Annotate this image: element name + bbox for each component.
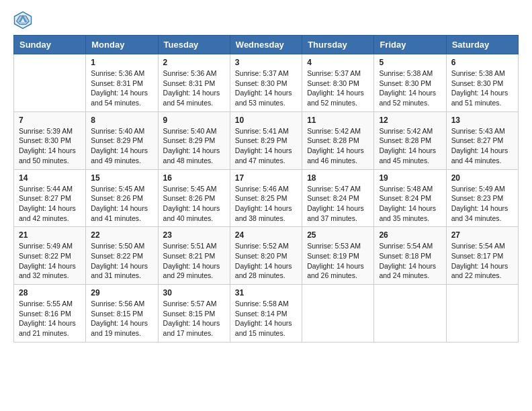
calendar-cell: 4Sunrise: 5:37 AMSunset: 8:30 PMDaylight… bbox=[302, 54, 374, 112]
day-number: 24 bbox=[235, 230, 297, 240]
calendar-cell: 28Sunrise: 5:55 AMSunset: 8:16 PMDayligh… bbox=[14, 285, 86, 342]
calendar-cell: 26Sunrise: 5:54 AMSunset: 8:18 PMDayligh… bbox=[374, 227, 446, 285]
calendar-cell: 7Sunrise: 5:39 AMSunset: 8:30 PMDaylight… bbox=[14, 111, 86, 169]
day-info: Sunrise: 5:50 AMSunset: 8:22 PMDaylight:… bbox=[91, 241, 152, 281]
calendar-cell bbox=[446, 285, 518, 342]
calendar-cell: 19Sunrise: 5:48 AMSunset: 8:24 PMDayligh… bbox=[374, 169, 446, 227]
day-info: Sunrise: 5:45 AMSunset: 8:26 PMDaylight:… bbox=[163, 184, 225, 224]
day-info: Sunrise: 5:52 AMSunset: 8:20 PMDaylight:… bbox=[235, 241, 297, 281]
day-number: 27 bbox=[451, 230, 513, 240]
column-header-thursday: Thursday bbox=[302, 36, 374, 54]
day-number: 30 bbox=[163, 288, 225, 298]
day-number: 22 bbox=[91, 230, 152, 240]
day-number: 16 bbox=[163, 173, 225, 183]
day-info: Sunrise: 5:46 AMSunset: 8:25 PMDaylight:… bbox=[235, 184, 297, 224]
day-info: Sunrise: 5:45 AMSunset: 8:26 PMDaylight:… bbox=[91, 184, 152, 224]
day-info: Sunrise: 5:40 AMSunset: 8:29 PMDaylight:… bbox=[91, 126, 152, 166]
calendar-cell: 29Sunrise: 5:56 AMSunset: 8:15 PMDayligh… bbox=[86, 285, 158, 342]
day-number: 3 bbox=[235, 58, 297, 67]
column-header-sunday: Sunday bbox=[14, 36, 86, 54]
day-number: 13 bbox=[451, 116, 513, 125]
calendar-cell: 14Sunrise: 5:44 AMSunset: 8:27 PMDayligh… bbox=[14, 169, 86, 227]
calendar-cell: 21Sunrise: 5:49 AMSunset: 8:22 PMDayligh… bbox=[14, 227, 86, 285]
calendar-cell: 27Sunrise: 5:54 AMSunset: 8:17 PMDayligh… bbox=[446, 227, 518, 285]
day-info: Sunrise: 5:57 AMSunset: 8:15 PMDaylight:… bbox=[163, 299, 225, 338]
day-number: 31 bbox=[235, 288, 297, 298]
calendar-week-row: 21Sunrise: 5:49 AMSunset: 8:22 PMDayligh… bbox=[14, 227, 519, 285]
day-number: 1 bbox=[91, 58, 152, 67]
day-info: Sunrise: 5:48 AMSunset: 8:24 PMDaylight:… bbox=[379, 184, 441, 224]
day-number: 23 bbox=[163, 230, 225, 240]
day-number: 8 bbox=[91, 116, 152, 125]
day-info: Sunrise: 5:51 AMSunset: 8:21 PMDaylight:… bbox=[163, 241, 225, 281]
column-header-tuesday: Tuesday bbox=[158, 36, 230, 54]
calendar-cell: 20Sunrise: 5:49 AMSunset: 8:23 PMDayligh… bbox=[446, 169, 518, 227]
calendar-cell: 1Sunrise: 5:36 AMSunset: 8:31 PMDaylight… bbox=[86, 54, 158, 112]
day-info: Sunrise: 5:55 AMSunset: 8:16 PMDaylight:… bbox=[19, 299, 81, 338]
calendar-week-row: 28Sunrise: 5:55 AMSunset: 8:16 PMDayligh… bbox=[14, 285, 519, 342]
column-header-monday: Monday bbox=[86, 36, 158, 54]
day-info: Sunrise: 5:49 AMSunset: 8:22 PMDaylight:… bbox=[19, 241, 81, 281]
day-info: Sunrise: 5:37 AMSunset: 8:30 PMDaylight:… bbox=[235, 68, 297, 108]
day-info: Sunrise: 5:38 AMSunset: 8:30 PMDaylight:… bbox=[379, 68, 441, 108]
calendar-cell: 23Sunrise: 5:51 AMSunset: 8:21 PMDayligh… bbox=[158, 227, 230, 285]
column-header-wednesday: Wednesday bbox=[230, 36, 302, 54]
calendar-cell: 15Sunrise: 5:45 AMSunset: 8:26 PMDayligh… bbox=[86, 169, 158, 227]
day-info: Sunrise: 5:54 AMSunset: 8:18 PMDaylight:… bbox=[379, 241, 441, 281]
calendar-cell: 25Sunrise: 5:53 AMSunset: 8:19 PMDayligh… bbox=[302, 227, 374, 285]
day-info: Sunrise: 5:54 AMSunset: 8:17 PMDaylight:… bbox=[451, 241, 513, 281]
day-number: 10 bbox=[235, 116, 297, 125]
day-info: Sunrise: 5:49 AMSunset: 8:23 PMDaylight:… bbox=[451, 184, 513, 224]
logo-icon bbox=[13, 11, 32, 30]
calendar-cell: 3Sunrise: 5:37 AMSunset: 8:30 PMDaylight… bbox=[230, 54, 302, 112]
day-number: 14 bbox=[19, 173, 81, 183]
calendar-cell: 30Sunrise: 5:57 AMSunset: 8:15 PMDayligh… bbox=[158, 285, 230, 342]
day-info: Sunrise: 5:44 AMSunset: 8:27 PMDaylight:… bbox=[19, 184, 81, 224]
day-number: 17 bbox=[235, 173, 297, 183]
day-number: 5 bbox=[379, 58, 441, 67]
calendar-table: SundayMondayTuesdayWednesdayThursdayFrid… bbox=[13, 35, 519, 342]
day-number: 6 bbox=[451, 58, 513, 67]
calendar-cell: 24Sunrise: 5:52 AMSunset: 8:20 PMDayligh… bbox=[230, 227, 302, 285]
column-header-friday: Friday bbox=[374, 36, 446, 54]
day-number: 9 bbox=[163, 116, 225, 125]
day-number: 2 bbox=[163, 58, 225, 67]
calendar-cell: 2Sunrise: 5:36 AMSunset: 8:31 PMDaylight… bbox=[158, 54, 230, 112]
day-info: Sunrise: 5:38 AMSunset: 8:30 PMDaylight:… bbox=[451, 68, 513, 108]
calendar-cell bbox=[14, 54, 86, 112]
calendar-cell bbox=[302, 285, 374, 342]
day-number: 20 bbox=[451, 173, 513, 183]
calendar-cell: 11Sunrise: 5:42 AMSunset: 8:28 PMDayligh… bbox=[302, 111, 374, 169]
day-number: 4 bbox=[307, 58, 369, 67]
day-number: 25 bbox=[307, 230, 369, 240]
day-number: 12 bbox=[379, 116, 441, 125]
header bbox=[13, 11, 519, 30]
calendar-week-row: 7Sunrise: 5:39 AMSunset: 8:30 PMDaylight… bbox=[14, 111, 519, 169]
day-info: Sunrise: 5:39 AMSunset: 8:30 PMDaylight:… bbox=[19, 126, 81, 166]
day-info: Sunrise: 5:42 AMSunset: 8:28 PMDaylight:… bbox=[307, 126, 369, 166]
day-info: Sunrise: 5:47 AMSunset: 8:24 PMDaylight:… bbox=[307, 184, 369, 224]
calendar-cell: 17Sunrise: 5:46 AMSunset: 8:25 PMDayligh… bbox=[230, 169, 302, 227]
day-info: Sunrise: 5:42 AMSunset: 8:28 PMDaylight:… bbox=[379, 126, 441, 166]
calendar-cell: 16Sunrise: 5:45 AMSunset: 8:26 PMDayligh… bbox=[158, 169, 230, 227]
day-info: Sunrise: 5:58 AMSunset: 8:14 PMDaylight:… bbox=[235, 299, 297, 338]
calendar-header-row: SundayMondayTuesdayWednesdayThursdayFrid… bbox=[14, 36, 519, 54]
day-info: Sunrise: 5:43 AMSunset: 8:27 PMDaylight:… bbox=[451, 126, 513, 166]
day-info: Sunrise: 5:41 AMSunset: 8:29 PMDaylight:… bbox=[235, 126, 297, 166]
day-info: Sunrise: 5:56 AMSunset: 8:15 PMDaylight:… bbox=[91, 299, 152, 338]
day-info: Sunrise: 5:36 AMSunset: 8:31 PMDaylight:… bbox=[163, 68, 225, 108]
calendar-cell: 10Sunrise: 5:41 AMSunset: 8:29 PMDayligh… bbox=[230, 111, 302, 169]
day-number: 29 bbox=[91, 288, 152, 298]
calendar-cell bbox=[374, 285, 446, 342]
calendar-week-row: 14Sunrise: 5:44 AMSunset: 8:27 PMDayligh… bbox=[14, 169, 519, 227]
calendar-cell: 31Sunrise: 5:58 AMSunset: 8:14 PMDayligh… bbox=[230, 285, 302, 342]
calendar-week-row: 1Sunrise: 5:36 AMSunset: 8:31 PMDaylight… bbox=[14, 54, 519, 112]
day-info: Sunrise: 5:53 AMSunset: 8:19 PMDaylight:… bbox=[307, 241, 369, 281]
day-info: Sunrise: 5:40 AMSunset: 8:29 PMDaylight:… bbox=[163, 126, 225, 166]
day-number: 26 bbox=[379, 230, 441, 240]
day-number: 15 bbox=[91, 173, 152, 183]
calendar-cell: 18Sunrise: 5:47 AMSunset: 8:24 PMDayligh… bbox=[302, 169, 374, 227]
logo bbox=[13, 11, 35, 30]
calendar-cell: 6Sunrise: 5:38 AMSunset: 8:30 PMDaylight… bbox=[446, 54, 518, 112]
calendar-cell: 8Sunrise: 5:40 AMSunset: 8:29 PMDaylight… bbox=[86, 111, 158, 169]
